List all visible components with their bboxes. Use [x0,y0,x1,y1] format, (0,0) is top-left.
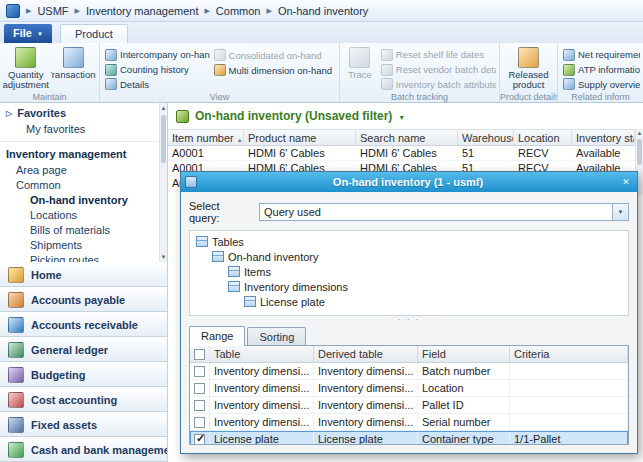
tab-sorting[interactable]: Sorting [247,327,306,345]
cell-location: RECV [514,147,572,159]
grid-scrollbar-thumb[interactable] [637,139,642,165]
splitter-handle[interactable]: · · · [181,316,637,325]
sidebar-item-shipments[interactable]: Shipments [0,238,167,253]
column-header-item-number[interactable]: Item number [168,130,244,145]
cash-bank-icon [8,442,24,458]
nav-button-fixed-assets-label: Fixed assets [31,419,97,431]
nav-button-general-ledger[interactable]: General ledger [0,337,167,362]
nav-button-home[interactable]: Home [0,262,167,287]
select-query-label: Select query: [189,200,253,224]
cell-criteria[interactable] [510,363,628,379]
close-icon[interactable]: ✕ [619,176,633,189]
nav-button-accounts-receivable[interactable]: Accounts receivable [0,312,167,337]
checkbox[interactable] [194,434,205,445]
intercompany-onhand-icon [105,49,117,61]
sidebar-item-area-page[interactable]: Area page [0,163,167,178]
breadcrumb-item-area[interactable]: Common [216,5,261,17]
criteria-row[interactable]: Inventory dimensi... Inventory dimensi..… [190,397,628,414]
checkbox[interactable] [194,383,205,394]
details-label: Details [120,79,149,90]
nav-button-budgeting[interactable]: Budgeting [0,362,167,387]
table-row[interactable]: A0001 HDMI 6' Cables HDMI 6' Cables 51 R… [168,146,635,161]
column-header-criteria[interactable]: Criteria [510,346,628,362]
favorites-header[interactable]: ▷ Favorites [0,103,167,121]
column-header-search-name[interactable]: Search name [356,130,458,145]
column-header-location[interactable]: Location [514,130,572,145]
nav-button-fixed-assets[interactable]: Fixed assets [0,412,167,437]
sidebar-item-picking-routes[interactable]: Picking routes [0,253,167,262]
grid-header-row: Item number Product name Search name War… [168,129,635,146]
net-requirement-button[interactable]: Net requirement [561,48,640,62]
scroll-up-icon[interactable]: ▲ [160,105,167,111]
dialog-title: On-hand inventory (1 - usmf) [197,176,619,188]
accounts-receivable-icon [8,317,24,333]
breadcrumb-item-page[interactable]: On-hand inventory [278,5,369,17]
table-icon [228,281,240,292]
tree-node-inventory-dimensions[interactable]: Inventory dimensions [194,279,624,294]
cell-criteria[interactable] [510,414,628,430]
atp-information-icon [563,64,575,76]
released-product-details-button[interactable]: Released product details [503,45,554,91]
scroll-down-icon[interactable]: ▼ [160,254,167,260]
breadcrumb-item-company[interactable]: USMF [37,5,68,17]
intercompany-onhand-button[interactable]: Intercompany on-hand [103,48,210,62]
details-button[interactable]: Details [103,77,210,91]
atp-information-button[interactable]: ATP information [561,63,640,77]
cell-criteria[interactable]: 1/1-Pallet [510,431,628,445]
criteria-row[interactable]: Inventory dimensi... Inventory dimensi..… [190,414,628,431]
quantity-adjustment-button[interactable]: Quantity adjustment [3,45,49,91]
criteria-row[interactable]: Inventory dimensi... Inventory dimensi..… [190,363,628,380]
tree-node-license-plate[interactable]: License plate [194,294,624,309]
tab-product[interactable]: Product [60,24,128,43]
scroll-up-icon[interactable]: ▲ [636,130,643,136]
cell-field: Container type [418,431,510,445]
cell-criteria[interactable] [510,397,628,413]
reset-shelf-life-button: Reset shelf life dates [379,48,496,62]
breadcrumb-item-module[interactable]: Inventory management [86,5,199,17]
column-header-field[interactable]: Field [418,346,510,362]
sidebar-item-bills-of-materials[interactable]: Bills of materials [0,223,167,238]
column-header-warehouse[interactable]: Warehouse [458,130,514,145]
chevron-down-icon[interactable]: ▼ [612,204,628,220]
sidebar-item-common[interactable]: Common [0,178,167,193]
criteria-grid-header: Table Derived table Field Criteria [190,346,628,363]
nav-button-cost-accounting[interactable]: Cost accounting [0,387,167,412]
reset-vendor-batch-icon [381,64,393,76]
sidebar-item-on-hand-inventory[interactable]: On-hand inventory [0,193,167,208]
query-select[interactable]: Query used ▼ [259,203,629,221]
checkbox[interactable] [194,366,205,377]
file-menu-button[interactable]: File ▼ [4,24,52,43]
tree-node-on-hand-inventory[interactable]: On-hand inventory [194,249,624,264]
supply-overview-button[interactable]: Supply overview [561,77,640,91]
dialog-title-bar[interactable]: On-hand inventory (1 - usmf) ✕ [181,172,637,192]
checkbox[interactable] [194,400,205,411]
sidebar-scrollbar-thumb[interactable] [161,115,166,163]
cell-criteria[interactable] [510,380,628,396]
nav-button-accounts-payable[interactable]: Accounts payable [0,287,167,312]
inventory-batch-attributes-label: Inventory batch attributes [396,79,496,90]
criteria-row[interactable]: Inventory dimensi... Inventory dimensi..… [190,380,628,397]
cell-table: Inventory dimensi... [210,414,314,430]
criteria-row-selected[interactable]: License plate License plate Container ty… [190,431,628,445]
tree-node-license-plate-label: License plate [260,296,325,308]
multi-dimension-onhand-button[interactable]: Multi dimension on-hand [212,63,336,77]
fixed-assets-icon [8,417,24,433]
nav-button-cash-bank[interactable]: Cash and bank management [0,437,167,462]
page-title[interactable]: On-hand inventory (Unsaved filter) [195,109,392,123]
column-header-derived-table[interactable]: Derived table [314,346,418,362]
column-header-product-name[interactable]: Product name [244,130,356,145]
tree-node-tables[interactable]: Tables [194,234,624,249]
sidebar-scrollbar[interactable]: ▲ ▼ [159,103,167,262]
chevron-down-icon[interactable]: ▼ [398,114,405,121]
checkbox[interactable] [194,417,205,428]
tab-range[interactable]: Range [189,326,245,346]
sidebar-item-locations[interactable]: Locations [0,208,167,223]
column-header-inventory-status[interactable]: Inventory sta... [572,130,635,145]
tree-node-items[interactable]: Items [194,264,624,279]
inventory-batch-attributes-button: Inventory batch attributes [379,77,496,91]
checkbox[interactable] [194,349,205,360]
transactions-button[interactable]: Transactions [51,45,97,91]
counting-history-button[interactable]: Counting history [103,63,210,77]
column-header-table[interactable]: Table [210,346,314,362]
sidebar-item-my-favorites[interactable]: My favorites [0,121,167,137]
